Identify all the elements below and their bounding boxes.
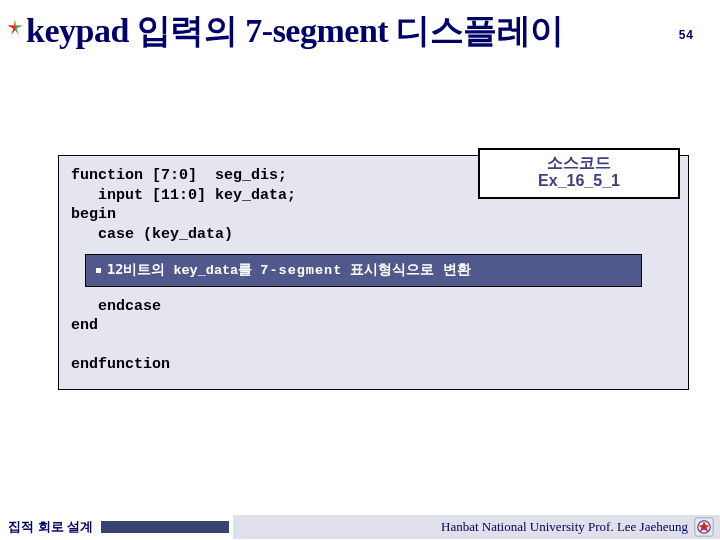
- slide-title: keypad 입력의 7-segment 디스플레이: [26, 8, 564, 54]
- university-logo-icon: [694, 517, 714, 537]
- code-line: begin: [71, 205, 676, 225]
- footer-right-text: Hanbat National University Prof. Lee Jae…: [441, 519, 688, 535]
- bullet-square-icon: [96, 268, 101, 273]
- footer: 집적 회로 설계 Hanbat National University Prof…: [0, 514, 720, 540]
- star-icon: [6, 18, 24, 36]
- code-line: end: [71, 316, 676, 336]
- source-label-line1: 소스코드: [488, 154, 670, 172]
- page-number: 54: [679, 28, 694, 42]
- code-line: endcase: [71, 297, 676, 317]
- note-text: 12비트의: [107, 261, 173, 277]
- note-seg: 7-segment: [260, 263, 342, 278]
- code-line: [71, 336, 676, 356]
- note-text: 표시형식으로 변환: [342, 261, 470, 277]
- code-line: case (key_data): [71, 225, 676, 245]
- footer-left-text: 집적 회로 설계: [0, 518, 93, 536]
- footer-right-wrap: Hanbat National University Prof. Lee Jae…: [233, 515, 720, 539]
- note-box: 12비트의 key_data를 7-segment 표시형식으로 변환: [85, 254, 642, 287]
- note-text: 를: [238, 261, 260, 277]
- source-label-line2: Ex_16_5_1: [488, 172, 670, 190]
- footer-progress-bar: [101, 521, 229, 533]
- footer-bar-wrap: [93, 521, 233, 533]
- note-key: key_data: [173, 263, 238, 278]
- source-code-label-box: 소스코드 Ex_16_5_1: [478, 148, 680, 199]
- code-line: endfunction: [71, 355, 676, 375]
- title-row: keypad 입력의 7-segment 디스플레이: [6, 8, 720, 54]
